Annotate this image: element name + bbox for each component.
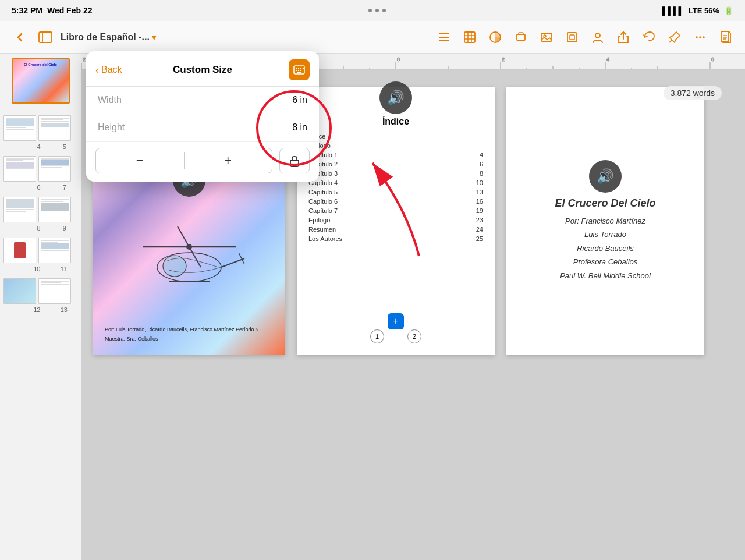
battery-icon: 🔋 xyxy=(724,6,733,15)
document-icon[interactable] xyxy=(716,27,736,47)
popover-body: Width 6 in Height 8 in xyxy=(86,87,319,141)
audio-button-toc[interactable]: 🔊 xyxy=(379,81,412,114)
frame-icon[interactable] xyxy=(562,27,582,47)
keyboard-button[interactable] xyxy=(289,59,310,80)
svg-rect-11 xyxy=(517,34,525,40)
page-num-label-4: 4 xyxy=(37,143,40,150)
lock-aspect-button[interactable] xyxy=(279,148,310,173)
status-right: ▌▌▌▌ LTE 56% 🔋 xyxy=(662,6,733,15)
toc-item-label: Epílogo xyxy=(308,217,330,224)
image-icon[interactable] xyxy=(537,27,556,47)
sidebar-toggle-button[interactable] xyxy=(35,27,56,48)
thumb-row-2 xyxy=(0,113,81,143)
toolbar: Libro de Español -... ▾ xyxy=(0,21,745,54)
toc-row: Epílogo23 xyxy=(308,217,483,224)
toc-item-page: 4 xyxy=(480,151,483,158)
svg-point-20 xyxy=(699,36,701,38)
toc-item-page: 16 xyxy=(476,198,483,205)
toc-content: Índice ÍndicePrólogoCapítulo 14Capítulo … xyxy=(308,116,483,242)
page-num-label-5: 5 xyxy=(63,143,66,150)
word-count-badge: 3,872 words xyxy=(664,86,722,100)
page-num-label-7: 7 xyxy=(63,184,66,191)
thumb-box-1: El Crucero del Cielo xyxy=(12,58,70,104)
undo-icon[interactable] xyxy=(639,27,659,47)
battery-status: LTE 56% xyxy=(689,6,719,15)
page-num-circle-1: 1 xyxy=(370,329,384,343)
svg-text:2: 2 xyxy=(83,56,86,62)
more-icon[interactable] xyxy=(690,27,710,47)
thumbnail-page-6[interactable] xyxy=(3,197,36,222)
width-label: Width xyxy=(98,95,122,105)
layers-icon[interactable] xyxy=(511,27,531,47)
toc-row: Capítulo 38 xyxy=(308,170,483,177)
thumbnail-page-5[interactable] xyxy=(38,156,71,182)
svg-text:4: 4 xyxy=(606,56,609,62)
status-bar: 5:32 PM Wed Feb 22 ▌▌▌▌ LTE 56% 🔋 xyxy=(0,0,745,21)
toc-row: Capítulo 513 xyxy=(308,189,483,196)
svg-rect-73 xyxy=(300,70,301,71)
svg-text:2: 2 xyxy=(502,56,505,62)
svg-rect-15 xyxy=(567,33,577,42)
svg-rect-16 xyxy=(570,35,574,40)
toc-row: Capítulo 410 xyxy=(308,179,483,186)
svg-rect-74 xyxy=(297,72,301,73)
toc-item-label: Los Autores xyxy=(308,235,342,242)
decrement-button[interactable]: − xyxy=(96,148,184,173)
sidebar-num-spacer xyxy=(0,108,81,113)
page-num-label-6b: 6 xyxy=(37,184,40,191)
popover-back-button[interactable]: ‹ Back xyxy=(95,64,122,76)
person-icon[interactable] xyxy=(588,27,608,47)
thumbnail-page-9[interactable] xyxy=(38,238,71,263)
title-text: Libro de Español -... xyxy=(61,32,150,42)
document-title[interactable]: Libro de Español -... ▾ xyxy=(61,32,430,42)
authors-text: Por: Francisco Martínez Luis Torrado Ric… xyxy=(560,214,651,282)
svg-rect-69 xyxy=(300,68,301,69)
list-icon[interactable] xyxy=(434,27,454,47)
thumbnail-page-1[interactable]: El Crucero del Cielo xyxy=(0,54,81,108)
popover-footer: − + xyxy=(86,141,319,182)
page-num-label-8b: 8 xyxy=(37,225,40,232)
audio-button-book[interactable]: 🔊 xyxy=(589,160,622,193)
svg-rect-67 xyxy=(296,68,297,69)
page-num-circle-2: 2 xyxy=(407,329,421,343)
chart-icon[interactable] xyxy=(485,27,505,47)
svg-rect-71 xyxy=(296,70,297,71)
thumbnail-page-3[interactable] xyxy=(38,115,71,141)
toc-row: Capítulo 14 xyxy=(308,151,483,158)
time-display: 5:32 PM xyxy=(12,6,42,15)
add-page-button[interactable]: + xyxy=(388,313,404,329)
svg-line-59 xyxy=(221,258,244,267)
svg-rect-68 xyxy=(298,68,299,69)
back-chevron-icon: ‹ xyxy=(95,64,99,76)
height-label: Height xyxy=(98,122,125,133)
thumbnail-page-10[interactable] xyxy=(3,278,36,304)
thumbnail-page-11[interactable] xyxy=(38,278,71,304)
svg-rect-70 xyxy=(303,68,304,69)
pin-icon[interactable] xyxy=(665,27,684,47)
toc-item-page: 25 xyxy=(476,235,483,242)
table-icon[interactable] xyxy=(460,27,480,47)
speaker-icon-book: 🔊 xyxy=(597,168,614,185)
thumbnail-page-8[interactable] xyxy=(3,238,36,263)
toolbar-right-icons xyxy=(434,27,736,47)
share-icon[interactable] xyxy=(613,27,633,47)
dot2 xyxy=(375,9,379,12)
thumbnail-page-2[interactable] xyxy=(3,115,36,141)
toc-row: Prólogo xyxy=(308,142,483,149)
increment-button[interactable]: + xyxy=(185,148,272,173)
width-row: Width 6 in xyxy=(95,87,310,114)
thumbnail-page-4[interactable] xyxy=(3,156,36,182)
thumb-row-4 xyxy=(0,194,81,225)
thumb-row-6-nums: 12 13 xyxy=(0,306,81,317)
toc-row: Los Autores25 xyxy=(308,235,483,242)
back-button[interactable] xyxy=(9,27,30,48)
back-label: Back xyxy=(101,65,122,75)
toc-item-label: Capítulo 6 xyxy=(308,198,338,205)
toc-title: Índice xyxy=(308,116,483,127)
svg-text:6: 6 xyxy=(711,56,714,62)
page-num-label-11: 11 xyxy=(61,265,68,272)
thumb-row-6 xyxy=(0,276,81,306)
thumbnail-page-7[interactable] xyxy=(38,197,71,222)
svg-rect-22 xyxy=(721,31,729,42)
thumb-row-3-nums: 6 7 xyxy=(0,184,81,194)
